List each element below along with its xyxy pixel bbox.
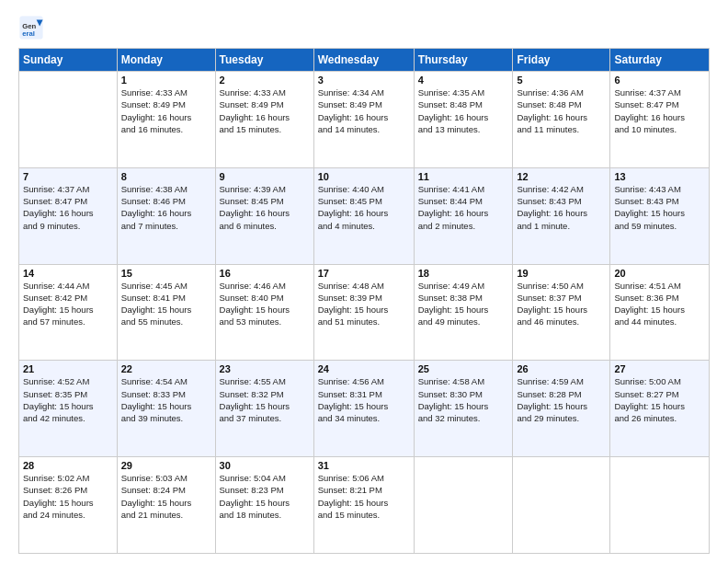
day-number: 5 bbox=[517, 75, 606, 86]
day-number: 8 bbox=[121, 171, 211, 182]
day-number: 4 bbox=[418, 75, 509, 86]
day-info: Sunrise: 4:42 AM Sunset: 8:43 PM Dayligh… bbox=[517, 183, 606, 232]
calendar-cell bbox=[414, 457, 513, 554]
day-info: Sunrise: 4:35 AM Sunset: 8:48 PM Dayligh… bbox=[418, 86, 509, 135]
day-number: 3 bbox=[318, 75, 410, 86]
calendar-cell: 12Sunrise: 4:42 AM Sunset: 8:43 PM Dayli… bbox=[513, 167, 610, 264]
calendar-cell: 14Sunrise: 4:44 AM Sunset: 8:42 PM Dayli… bbox=[19, 264, 118, 361]
day-info: Sunrise: 5:04 AM Sunset: 8:23 PM Dayligh… bbox=[220, 472, 310, 521]
day-info: Sunrise: 5:03 AM Sunset: 8:24 PM Dayligh… bbox=[121, 472, 211, 521]
day-info: Sunrise: 4:37 AM Sunset: 8:47 PM Dayligh… bbox=[23, 183, 113, 232]
logo: Gen eral bbox=[18, 15, 48, 40]
day-number: 21 bbox=[23, 363, 113, 374]
day-info: Sunrise: 4:36 AM Sunset: 8:48 PM Dayligh… bbox=[517, 86, 606, 135]
calendar-cell: 18Sunrise: 4:49 AM Sunset: 8:38 PM Dayli… bbox=[414, 264, 513, 361]
calendar-cell: 7Sunrise: 4:37 AM Sunset: 8:47 PM Daylig… bbox=[19, 167, 118, 264]
day-info: Sunrise: 4:56 AM Sunset: 8:31 PM Dayligh… bbox=[318, 375, 410, 424]
calendar-cell bbox=[513, 457, 610, 554]
calendar-cell: 26Sunrise: 4:59 AM Sunset: 8:28 PM Dayli… bbox=[513, 361, 610, 457]
day-info: Sunrise: 4:48 AM Sunset: 8:39 PM Dayligh… bbox=[318, 280, 410, 328]
calendar-cell: 29Sunrise: 5:03 AM Sunset: 8:24 PM Dayli… bbox=[117, 457, 215, 554]
weekday-header: Wednesday bbox=[313, 49, 414, 72]
page: Gen eral SundayMondayTuesdayWednesdayThu… bbox=[0, 0, 728, 563]
calendar-week-row: 7Sunrise: 4:37 AM Sunset: 8:47 PM Daylig… bbox=[19, 167, 710, 264]
day-number: 10 bbox=[318, 171, 410, 182]
calendar-cell: 4Sunrise: 4:35 AM Sunset: 8:48 PM Daylig… bbox=[414, 72, 513, 168]
day-number: 12 bbox=[517, 171, 606, 182]
day-number: 20 bbox=[614, 268, 705, 279]
day-number: 30 bbox=[220, 460, 310, 471]
calendar-cell: 1Sunrise: 4:33 AM Sunset: 8:49 PM Daylig… bbox=[117, 72, 215, 168]
calendar-cell: 25Sunrise: 4:58 AM Sunset: 8:30 PM Dayli… bbox=[414, 361, 513, 457]
day-number: 2 bbox=[220, 75, 310, 86]
day-info: Sunrise: 4:41 AM Sunset: 8:44 PM Dayligh… bbox=[418, 183, 509, 232]
day-number: 29 bbox=[121, 460, 211, 471]
day-number: 24 bbox=[318, 363, 410, 374]
weekday-header: Sunday bbox=[19, 49, 118, 72]
calendar-cell bbox=[610, 457, 710, 554]
day-info: Sunrise: 5:00 AM Sunset: 8:27 PM Dayligh… bbox=[614, 375, 705, 424]
calendar-cell: 2Sunrise: 4:33 AM Sunset: 8:49 PM Daylig… bbox=[215, 72, 313, 168]
day-number: 25 bbox=[418, 363, 509, 374]
day-number: 6 bbox=[614, 75, 705, 86]
calendar-cell bbox=[19, 72, 118, 168]
calendar-cell: 24Sunrise: 4:56 AM Sunset: 8:31 PM Dayli… bbox=[313, 361, 414, 457]
svg-text:eral: eral bbox=[22, 29, 35, 38]
calendar-cell: 21Sunrise: 4:52 AM Sunset: 8:35 PM Dayli… bbox=[19, 361, 118, 457]
day-info: Sunrise: 4:38 AM Sunset: 8:46 PM Dayligh… bbox=[121, 183, 211, 232]
calendar-header-row: SundayMondayTuesdayWednesdayThursdayFrid… bbox=[19, 49, 710, 72]
day-number: 11 bbox=[418, 171, 509, 182]
day-number: 14 bbox=[23, 268, 113, 279]
day-info: Sunrise: 4:59 AM Sunset: 8:28 PM Dayligh… bbox=[517, 375, 606, 424]
calendar-cell: 13Sunrise: 4:43 AM Sunset: 8:43 PM Dayli… bbox=[610, 167, 710, 264]
weekday-header: Saturday bbox=[610, 49, 710, 72]
day-number: 18 bbox=[418, 268, 509, 279]
calendar-cell: 3Sunrise: 4:34 AM Sunset: 8:49 PM Daylig… bbox=[313, 72, 414, 168]
calendar-week-row: 14Sunrise: 4:44 AM Sunset: 8:42 PM Dayli… bbox=[19, 264, 710, 361]
day-number: 9 bbox=[220, 171, 310, 182]
day-number: 13 bbox=[614, 171, 705, 182]
day-number: 27 bbox=[614, 363, 705, 374]
day-info: Sunrise: 4:40 AM Sunset: 8:45 PM Dayligh… bbox=[318, 183, 410, 232]
day-number: 23 bbox=[220, 363, 310, 374]
calendar-cell: 10Sunrise: 4:40 AM Sunset: 8:45 PM Dayli… bbox=[313, 167, 414, 264]
day-info: Sunrise: 4:55 AM Sunset: 8:32 PM Dayligh… bbox=[220, 375, 310, 424]
day-info: Sunrise: 4:45 AM Sunset: 8:41 PM Dayligh… bbox=[121, 280, 211, 328]
weekday-header: Friday bbox=[513, 49, 610, 72]
calendar-week-row: 1Sunrise: 4:33 AM Sunset: 8:49 PM Daylig… bbox=[19, 72, 710, 168]
calendar-cell: 11Sunrise: 4:41 AM Sunset: 8:44 PM Dayli… bbox=[414, 167, 513, 264]
day-number: 19 bbox=[517, 268, 606, 279]
day-info: Sunrise: 4:43 AM Sunset: 8:43 PM Dayligh… bbox=[614, 183, 705, 232]
calendar-cell: 5Sunrise: 4:36 AM Sunset: 8:48 PM Daylig… bbox=[513, 72, 610, 168]
day-info: Sunrise: 4:39 AM Sunset: 8:45 PM Dayligh… bbox=[220, 183, 310, 232]
day-info: Sunrise: 4:34 AM Sunset: 8:49 PM Dayligh… bbox=[318, 86, 410, 135]
calendar-cell: 27Sunrise: 5:00 AM Sunset: 8:27 PM Dayli… bbox=[610, 361, 710, 457]
calendar-week-row: 28Sunrise: 5:02 AM Sunset: 8:26 PM Dayli… bbox=[19, 457, 710, 554]
day-info: Sunrise: 5:06 AM Sunset: 8:21 PM Dayligh… bbox=[318, 472, 410, 521]
calendar-cell: 23Sunrise: 4:55 AM Sunset: 8:32 PM Dayli… bbox=[215, 361, 313, 457]
calendar-cell: 17Sunrise: 4:48 AM Sunset: 8:39 PM Dayli… bbox=[313, 264, 414, 361]
calendar-cell: 8Sunrise: 4:38 AM Sunset: 8:46 PM Daylig… bbox=[117, 167, 215, 264]
calendar-cell: 28Sunrise: 5:02 AM Sunset: 8:26 PM Dayli… bbox=[19, 457, 118, 554]
day-number: 31 bbox=[318, 460, 410, 471]
day-number: 26 bbox=[517, 363, 606, 374]
day-info: Sunrise: 4:58 AM Sunset: 8:30 PM Dayligh… bbox=[418, 375, 509, 424]
header: Gen eral bbox=[18, 15, 710, 40]
calendar-cell: 16Sunrise: 4:46 AM Sunset: 8:40 PM Dayli… bbox=[215, 264, 313, 361]
day-info: Sunrise: 4:37 AM Sunset: 8:47 PM Dayligh… bbox=[614, 86, 705, 135]
calendar-table: SundayMondayTuesdayWednesdayThursdayFrid… bbox=[18, 48, 710, 554]
day-info: Sunrise: 4:50 AM Sunset: 8:37 PM Dayligh… bbox=[517, 280, 606, 328]
calendar-cell: 19Sunrise: 4:50 AM Sunset: 8:37 PM Dayli… bbox=[513, 264, 610, 361]
day-info: Sunrise: 4:51 AM Sunset: 8:36 PM Dayligh… bbox=[614, 280, 705, 328]
day-info: Sunrise: 4:46 AM Sunset: 8:40 PM Dayligh… bbox=[220, 280, 310, 328]
day-info: Sunrise: 4:44 AM Sunset: 8:42 PM Dayligh… bbox=[23, 280, 113, 328]
calendar-cell: 20Sunrise: 4:51 AM Sunset: 8:36 PM Dayli… bbox=[610, 264, 710, 361]
calendar-cell: 30Sunrise: 5:04 AM Sunset: 8:23 PM Dayli… bbox=[215, 457, 313, 554]
calendar-cell: 6Sunrise: 4:37 AM Sunset: 8:47 PM Daylig… bbox=[610, 72, 710, 168]
day-info: Sunrise: 4:52 AM Sunset: 8:35 PM Dayligh… bbox=[23, 375, 113, 424]
calendar-cell: 15Sunrise: 4:45 AM Sunset: 8:41 PM Dayli… bbox=[117, 264, 215, 361]
weekday-header: Thursday bbox=[414, 49, 513, 72]
day-number: 15 bbox=[121, 268, 211, 279]
day-info: Sunrise: 4:49 AM Sunset: 8:38 PM Dayligh… bbox=[418, 280, 509, 328]
day-info: Sunrise: 4:33 AM Sunset: 8:49 PM Dayligh… bbox=[121, 86, 211, 135]
